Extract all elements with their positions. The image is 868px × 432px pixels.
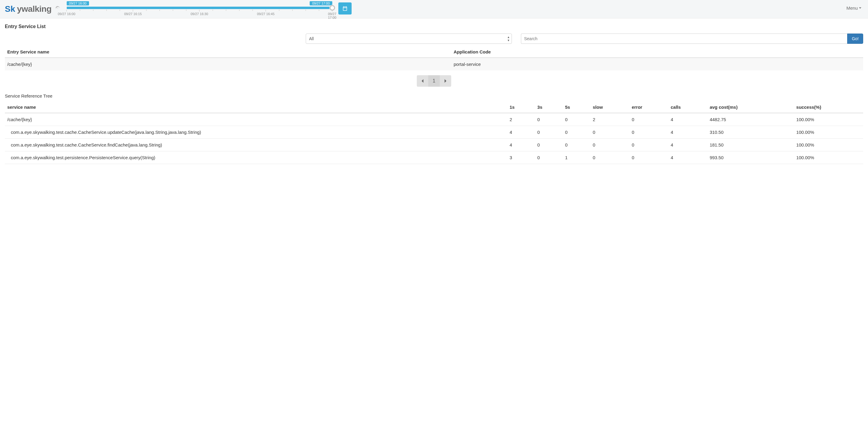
timeline-minor-tick xyxy=(106,10,106,11)
search-input[interactable] xyxy=(521,33,847,44)
tree-cell-calls: 4 xyxy=(668,113,707,126)
tree-cell-slow: 0 xyxy=(590,151,629,164)
tree-cell-c1s: 4 xyxy=(507,126,535,139)
col-3s: 3s xyxy=(535,102,563,113)
timeline-minor-tick xyxy=(319,10,319,11)
filter-row: All ▴▾ Go! xyxy=(5,33,863,44)
tree-cell-error: 0 xyxy=(629,139,668,151)
pagination-group: 1 xyxy=(417,75,451,87)
timeline-minor-tick xyxy=(80,10,80,11)
timeline-minor-tick xyxy=(226,10,226,11)
col-success: success(%) xyxy=(794,102,863,113)
application-code: portal-service xyxy=(451,58,863,70)
calendar-button[interactable] xyxy=(338,2,351,15)
tree-cell-slow: 0 xyxy=(590,139,629,151)
timeline-minor-tick xyxy=(120,10,120,11)
filter-spacer xyxy=(5,33,297,44)
page-number-button[interactable]: 1 xyxy=(428,75,440,87)
go-button[interactable]: Go! xyxy=(847,33,863,44)
logo-prefix: Sk xyxy=(5,4,15,14)
tree-cell-calls: 4 xyxy=(668,139,707,151)
page-prev-button[interactable] xyxy=(417,75,428,87)
tree-cell-calls: 4 xyxy=(668,126,707,139)
content: Entry Service List All ▴▾ Go! Entry Serv… xyxy=(0,19,868,168)
timeline-tick: 09/27 16:00 xyxy=(58,10,75,16)
timeline-minor-tick xyxy=(173,10,173,11)
tree-cell-avg: 993.50 xyxy=(707,151,794,164)
tree-cell-c3s: 0 xyxy=(535,126,563,139)
timeline-minor-tick xyxy=(93,10,93,11)
timeline-minor-tick xyxy=(239,10,239,11)
application-filter[interactable]: All ▴▾ xyxy=(306,33,512,44)
logo[interactable]: Skywalking xyxy=(5,0,61,14)
tree-cell-c3s: 0 xyxy=(535,139,563,151)
col-service-name: service name xyxy=(5,102,507,113)
tree-cell-c1s: 4 xyxy=(507,139,535,151)
tree-cell-slow: 2 xyxy=(590,113,629,126)
chevron-right-icon xyxy=(444,79,447,83)
timeline-minor-tick xyxy=(159,10,160,11)
col-entry-service-name: Entry Service name xyxy=(5,46,451,58)
timeline-tick: 09/27 16:15 xyxy=(124,10,142,16)
tree-cell-c5s: 1 xyxy=(563,151,590,164)
timeline-minor-tick xyxy=(305,10,306,11)
timeline-tick: 09/27 17:00 xyxy=(328,10,337,19)
timeline-minor-tick xyxy=(186,10,186,11)
timeline-labels: 09/27 16:00 09/27 17:00 xyxy=(67,1,332,6)
logo-suffix: ywalking xyxy=(17,4,51,14)
col-avg: avg cost(ms) xyxy=(707,102,794,113)
col-slow: slow xyxy=(590,102,629,113)
tree-cell-error: 0 xyxy=(629,113,668,126)
tree-service-name: com.a.eye.skywalking.test.persistence.Pe… xyxy=(5,151,507,164)
menu-label: Menu xyxy=(846,5,858,10)
tree-cell-slow: 0 xyxy=(590,126,629,139)
tree-cell-success: 100.00% xyxy=(794,151,863,164)
menu-dropdown[interactable]: Menu xyxy=(846,0,861,10)
tree-service-name: /cache/{key} xyxy=(5,113,507,126)
timeline-track[interactable] xyxy=(67,7,332,9)
timeline-fill xyxy=(67,7,332,9)
timeline-minor-tick xyxy=(279,10,279,11)
chevron-left-icon xyxy=(421,79,424,83)
col-application-code: Application Code xyxy=(451,46,863,58)
tree-title: Service Reference Tree xyxy=(5,93,863,98)
tree-cell-c5s: 0 xyxy=(563,139,590,151)
tree-row[interactable]: /cache/{key}2002044482.75100.00% xyxy=(5,113,863,126)
tree-cell-c5s: 0 xyxy=(563,126,590,139)
col-calls: calls xyxy=(668,102,707,113)
tree-cell-avg: 181.50 xyxy=(707,139,794,151)
pagination: 1 xyxy=(5,75,863,87)
application-select[interactable]: All xyxy=(306,33,512,44)
tree-service-name: com.a.eye.skywalking.test.cache.CacheSer… xyxy=(5,139,507,151)
page-next-button[interactable] xyxy=(440,75,451,87)
caret-down-icon xyxy=(859,7,861,9)
tree-cell-avg: 4482.75 xyxy=(707,113,794,126)
col-5s: 5s xyxy=(563,102,590,113)
timeline-start-pill: 09/27 16:00 xyxy=(67,1,89,5)
entry-service-name: /cache/{key} xyxy=(5,58,451,70)
tree-cell-success: 100.00% xyxy=(794,113,863,126)
tree-row[interactable]: com.a.eye.skywalking.test.cache.CacheSer… xyxy=(5,139,863,151)
tree-cell-error: 0 xyxy=(629,126,668,139)
timeline-end-pill: 09/27 17:00 xyxy=(310,1,332,5)
tree-cell-success: 100.00% xyxy=(794,139,863,151)
tree-row[interactable]: com.a.eye.skywalking.test.cache.CacheSer… xyxy=(5,126,863,139)
tree-cell-calls: 4 xyxy=(668,151,707,164)
entry-service-table: Entry Service name Application Code /cac… xyxy=(5,46,863,70)
timeline-tick: 09/27 16:45 xyxy=(257,10,274,16)
tree-cell-avg: 310.50 xyxy=(707,126,794,139)
timeline-tick: 09/27 16:30 xyxy=(190,10,208,16)
col-error: error xyxy=(629,102,668,113)
tree-cell-c5s: 0 xyxy=(563,113,590,126)
timeline-minor-tick xyxy=(252,10,253,11)
timeline-minor-tick xyxy=(292,10,292,11)
tree-cell-c1s: 3 xyxy=(507,151,535,164)
time-range-slider[interactable]: 09/27 16:00 09/27 17:00 09/27 16:0009/27… xyxy=(67,0,332,18)
tree-cell-c3s: 0 xyxy=(535,113,563,126)
tree-row[interactable]: com.a.eye.skywalking.test.persistence.Pe… xyxy=(5,151,863,164)
tree-cell-error: 0 xyxy=(629,151,668,164)
service-tree-table: service name 1s 3s 5s slow error calls a… xyxy=(5,102,863,164)
entry-service-row[interactable]: /cache/{key}portal-service xyxy=(5,58,863,70)
topbar: Skywalking 09/27 16:00 09/27 17:00 09/27… xyxy=(0,0,868,19)
col-1s: 1s xyxy=(507,102,535,113)
